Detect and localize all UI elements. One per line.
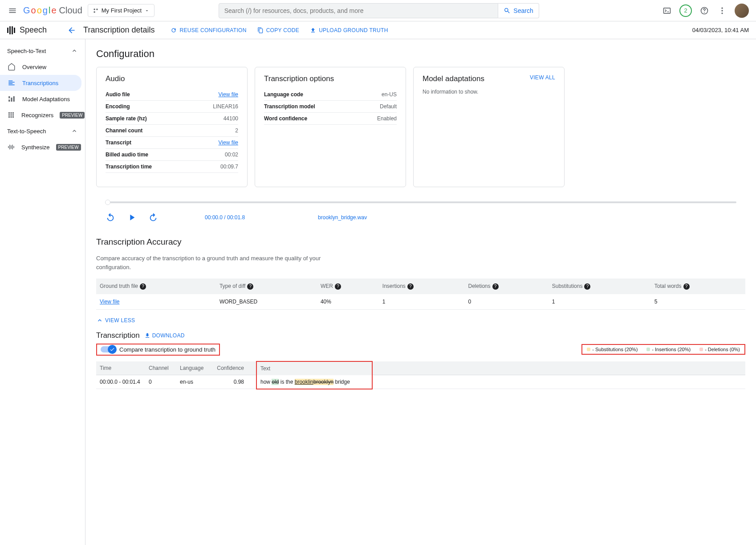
cloud-shell-icon[interactable]	[662, 5, 672, 16]
legend-ins: - Insertions (20%)	[646, 347, 691, 352]
card-row-label: Language code	[264, 91, 303, 98]
transcriptions-icon	[7, 78, 16, 87]
sidebar-item-overview[interactable]: Overview	[0, 59, 85, 75]
view-file-link[interactable]: View file	[219, 139, 238, 146]
download-button[interactable]: DOWNLOAD	[144, 332, 185, 339]
card-row-label: Billed audio time	[106, 152, 148, 158]
stt-section-header[interactable]: Speech-to-Text	[0, 43, 85, 59]
project-selector[interactable]: My First Project	[88, 4, 154, 17]
compare-label: Compare transcription to ground truth	[119, 346, 215, 353]
audio-card-title: Audio	[106, 74, 125, 83]
card-row-label: Audio file	[106, 91, 130, 98]
card-row-label: Transcription model	[264, 103, 315, 110]
forward-button[interactable]	[148, 212, 159, 223]
help-icon[interactable]: ?	[247, 283, 253, 290]
menu-icon[interactable]	[7, 5, 18, 16]
transcription-text-cell: how old is the brooklinbrooklyn bridge	[256, 375, 372, 389]
sidebar: Speech-to-Text Overview Transcriptions M…	[0, 39, 85, 545]
player-thumb[interactable]	[105, 200, 110, 205]
compare-toggle[interactable]	[101, 346, 116, 352]
svg-point-0	[93, 8, 95, 10]
help-icon[interactable]: ?	[335, 283, 341, 290]
card-row-label: Transcription time	[106, 164, 152, 170]
card-row-value: en-US	[382, 91, 397, 98]
adaptations-card: Model adaptations VIEW ALL No informatio…	[413, 67, 565, 187]
sidebar-item-recognizers[interactable]: Recognizers PREVIEW	[0, 107, 85, 123]
rewind-button[interactable]	[105, 212, 116, 223]
svg-point-5	[721, 7, 723, 8]
diff-substitution-old: brooklyn	[313, 379, 333, 385]
card-row: Word confidenceEnabled	[264, 113, 397, 125]
avatar[interactable]	[735, 4, 749, 18]
upload-ground-truth-button[interactable]: UPLOAD GROUND TRUTH	[310, 27, 388, 33]
sidebar-item-synthesize[interactable]: Synthesize PREVIEW	[0, 139, 85, 155]
player-track[interactable]	[105, 201, 736, 203]
card-row-value: Default	[380, 103, 397, 110]
table-row: View file WORD_BASED 40% 1 0 1 5	[96, 294, 745, 310]
card-row: TranscriptView file	[106, 137, 238, 149]
play-button[interactable]	[126, 212, 137, 223]
card-row-value: 2	[235, 127, 238, 134]
view-less-button[interactable]: VIEW LESS	[96, 317, 745, 324]
acc-header-gtf: Ground truth file?	[96, 279, 216, 294]
acc-header-diff: Type of diff?	[216, 279, 317, 294]
accuracy-title: Transcription Accuracy	[96, 237, 745, 247]
free-trial-badge[interactable]: 2	[679, 4, 692, 17]
product-name: Speech	[20, 25, 47, 35]
view-file-link[interactable]: View file	[100, 299, 119, 305]
tts-section-header[interactable]: Text-to-Speech	[0, 123, 85, 139]
preview-badge: PREVIEW	[56, 144, 81, 151]
accuracy-desc: Compare accuracy of the transcription to…	[96, 254, 328, 271]
configuration-title: Configuration	[96, 48, 745, 60]
sidebar-item-model-adaptations[interactable]: Model Adaptations	[0, 91, 85, 107]
search-input[interactable]	[219, 3, 499, 18]
legend-highlight: - Substitutions (20%) - Insertions (20%)…	[581, 344, 745, 355]
player-time: 00:00.0 / 00:01.8	[205, 214, 245, 221]
help-icon[interactable]: ?	[683, 283, 690, 290]
card-row-label: Transcript	[106, 139, 131, 146]
card-row-label: Sample rate (hz)	[106, 115, 147, 122]
home-icon	[7, 62, 16, 71]
copy-code-button[interactable]: COPY CODE	[257, 27, 300, 33]
search-button[interactable]: Search	[498, 3, 539, 18]
svg-rect-8	[8, 96, 10, 98]
more-icon[interactable]	[717, 5, 728, 16]
card-row-value: 00:02	[225, 152, 238, 158]
help-icon[interactable]: ?	[140, 283, 146, 290]
svg-rect-10	[11, 98, 12, 102]
recognizers-icon	[7, 111, 15, 119]
card-row-value: 00:09.7	[220, 164, 238, 170]
legend-sub: - Substitutions (20%)	[587, 347, 638, 352]
no-info-text: No information to show.	[423, 89, 555, 95]
card-row-value: Enabled	[377, 115, 397, 122]
card-row: Sample rate (hz)44100	[106, 113, 238, 125]
card-row-label: Channel count	[106, 127, 142, 134]
card-row: Language codeen-US	[264, 89, 397, 101]
acc-header-ins: Insertions?	[379, 279, 465, 294]
card-row-value: LINEAR16	[213, 103, 238, 110]
view-all-button[interactable]: VIEW ALL	[530, 74, 555, 81]
player-file: brooklyn_bridge.wav	[318, 214, 367, 221]
help-icon[interactable]: ?	[407, 283, 414, 290]
reuse-configuration-button[interactable]: REUSE CONFIGURATION	[171, 27, 246, 33]
google-cloud-logo[interactable]: Google Cloud	[23, 5, 82, 16]
svg-point-7	[721, 12, 723, 14]
back-arrow-icon[interactable]	[67, 26, 76, 35]
audio-card: Audio Audio fileView fileEncodingLINEAR1…	[96, 67, 248, 187]
synthesize-icon	[7, 143, 15, 152]
transcription-table: Time Channel Language Confidence Text 00…	[96, 361, 745, 389]
adaptations-card-title: Model adaptations	[423, 74, 484, 83]
view-file-link[interactable]: View file	[219, 91, 238, 98]
card-row: EncodingLINEAR16	[106, 101, 238, 113]
card-row-label: Word confidence	[264, 115, 307, 122]
help-icon[interactable]	[699, 5, 710, 16]
help-icon[interactable]: ?	[492, 283, 499, 290]
sidebar-item-transcriptions[interactable]: Transcriptions	[0, 75, 81, 91]
legend-del: - Deletions (0%)	[699, 347, 740, 352]
timestamp: 04/03/2023, 10:41 AM	[692, 27, 749, 33]
help-icon[interactable]: ?	[584, 283, 590, 290]
card-row-label: Encoding	[106, 103, 130, 110]
card-row-value: 44100	[224, 115, 238, 122]
audio-player: 00:00.0 / 00:01.8 brooklyn_bridge.wav	[105, 201, 736, 223]
th-text: Text	[256, 361, 372, 375]
